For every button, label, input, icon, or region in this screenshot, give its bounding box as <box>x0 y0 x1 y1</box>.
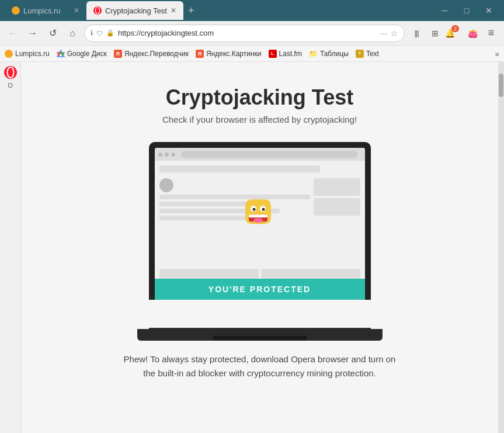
tab-cjtest[interactable]: Cryptojacking Test ✕ <box>86 1 183 20</box>
bookmark-star-icon[interactable]: ☆ <box>391 29 398 38</box>
bookmarks-more-button[interactable]: » <box>495 49 499 58</box>
mock-box-1 <box>314 178 360 196</box>
refresh-button[interactable]: ↺ <box>44 25 61 41</box>
bookmark-google-disk[interactable]: Google Диск <box>57 50 107 58</box>
bookmark-ytranslate-label: Яндекс.Переводчик <box>124 50 189 58</box>
bookmarks-bar: Lumpics.ru Google Диск Я Яндекс.Переводч… <box>0 46 504 62</box>
svg-point-10 <box>252 208 255 211</box>
bookmark-lastfm[interactable]: L Last.fm <box>269 50 302 58</box>
info-icon: ℹ <box>91 29 93 37</box>
url-text: https://cryptojackingtest.com <box>118 29 377 37</box>
mock-dot-1 <box>158 153 162 157</box>
tab-cjtest-label: Cryptojacking Test <box>105 6 167 15</box>
page-content: Cryptojacking Test Check if your browser… <box>21 62 498 433</box>
bookmark-yimages-label: Яндекс.Картинки <box>206 50 262 58</box>
scroll-thumb[interactable] <box>499 74 503 97</box>
laptop-base <box>137 329 383 341</box>
opera-sidebar: O <box>0 62 21 433</box>
opera-logo[interactable] <box>4 65 18 79</box>
page-description: Phew! To always stay protected, download… <box>120 352 400 380</box>
content-area: O Cryptojacking Test Check if your brows… <box>0 62 504 433</box>
laptop-inner <box>155 148 365 294</box>
bookmark-yandex-images[interactable]: Я Яндекс.Картинки <box>196 50 262 58</box>
back-button[interactable]: ← <box>5 25 21 41</box>
bookmarks-sidebar-button[interactable]: ||| <box>408 25 425 41</box>
mock-url-bar <box>181 151 358 158</box>
minimize-button[interactable]: ─ <box>434 2 455 19</box>
window-controls: ─ □ ✕ <box>434 2 499 19</box>
laptop-screen: YOU'RE PROTECTED <box>149 142 371 300</box>
mock-dot-3 <box>171 153 175 157</box>
forward-button[interactable]: → <box>25 25 41 41</box>
bookmark-lastfm-label: Last.fm <box>279 50 302 58</box>
page-title: Cryptojacking Test <box>166 85 353 110</box>
tab-lumpics[interactable]: Lumpics.ru ✕ <box>5 1 86 20</box>
notifications-badge: 2 <box>451 25 459 32</box>
bookmark-tablitsy-label: Таблицы <box>320 50 349 58</box>
bookmark-tablitsy-icon: 📁 <box>309 50 318 58</box>
menu-button[interactable]: ≡ <box>483 25 499 41</box>
scroll-bar[interactable] <box>498 62 504 433</box>
tab-lumpics-close[interactable]: ✕ <box>74 6 79 15</box>
browser-icons: ||| ⊞ 🔔 2 👛 ≡ <box>408 25 499 41</box>
svg-point-5 <box>4 66 17 79</box>
svg-point-11 <box>262 208 265 211</box>
bookmark-yimages-icon: Я <box>196 50 204 58</box>
bookmark-lumpics-label: Lumpics.ru <box>15 50 50 58</box>
mock-line-4 <box>159 216 250 220</box>
mock-box-2 <box>314 198 360 216</box>
shield-icon: 🛡 <box>96 30 103 37</box>
tab-cjtest-close[interactable]: ✕ <box>171 6 176 15</box>
laptop-illustration: YOU'RE PROTECTED <box>137 142 383 341</box>
bookmark-tablitsy[interactable]: 📁 Таблицы <box>309 50 349 58</box>
browser-window: Lumpics.ru ✕ Cryptojacking Test ✕ + ─ □ … <box>0 0 504 433</box>
mock-circle <box>159 178 173 192</box>
page-subtitle: Check if your browser is affected by cry… <box>162 115 357 124</box>
bookmark-text-label: Text <box>366 50 379 58</box>
mock-right <box>314 178 360 216</box>
protected-banner: YOU'RE PROTECTED <box>155 279 365 300</box>
favicon-lumpics <box>12 6 20 15</box>
wallet-button[interactable]: 👛 <box>464 25 481 41</box>
bookmark-yandex-translate[interactable]: Я Яндекс.Переводчик <box>114 50 189 58</box>
svg-point-14 <box>253 218 263 223</box>
bookmark-ytranslate-icon: Я <box>114 50 122 58</box>
maximize-button[interactable]: □ <box>456 2 477 19</box>
mock-left <box>159 178 310 220</box>
mock-line-2 <box>159 202 250 206</box>
bookmark-lumpics[interactable]: Lumpics.ru <box>5 50 50 58</box>
lock-icon: 🔒 <box>106 29 114 37</box>
home-button[interactable]: ⌂ <box>64 25 81 41</box>
bookmark-lastfm-icon: L <box>269 50 277 58</box>
bookmark-lumpics-icon <box>5 50 13 58</box>
more-options-icon[interactable]: ··· <box>380 29 387 38</box>
bookmark-text-icon: T <box>356 50 364 58</box>
bookmark-gdisk-icon <box>57 50 65 58</box>
title-bar: Lumpics.ru ✕ Cryptojacking Test ✕ + ─ □ … <box>0 0 504 21</box>
bookmark-gdisk-label: Google Диск <box>67 50 107 58</box>
address-input[interactable]: ℹ 🛡 🔒 https://cryptojackingtest.com ··· … <box>84 25 405 42</box>
tab-preview-button[interactable]: ⊞ <box>427 25 443 41</box>
mock-toolbar <box>155 148 365 161</box>
notifications-button[interactable]: 🔔 2 <box>446 25 462 41</box>
mock-line-1 <box>159 195 310 199</box>
svg-marker-2 <box>57 50 64 57</box>
svg-rect-13 <box>249 214 267 217</box>
favicon-opera <box>93 6 102 15</box>
new-tab-button[interactable]: + <box>183 1 199 20</box>
emoji-monster <box>241 193 276 235</box>
tab-lumpics-label: Lumpics.ru <box>23 6 61 15</box>
opera-label: O <box>8 82 13 89</box>
address-bar: ← → ↺ ⌂ ℹ 🛡 🔒 https://cryptojackingtest.… <box>0 21 504 46</box>
bookmark-text[interactable]: T Text <box>356 50 379 58</box>
mock-header-bar <box>159 165 320 172</box>
close-button[interactable]: ✕ <box>478 2 499 19</box>
mock-dot-2 <box>165 153 169 157</box>
